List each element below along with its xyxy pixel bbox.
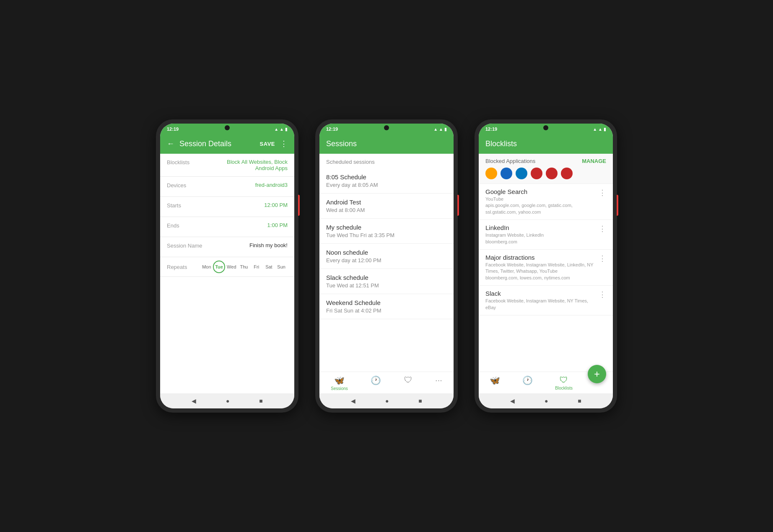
blocklists-label: Blocklists	[167, 159, 213, 165]
back-button[interactable]: ←	[167, 139, 174, 148]
session-item-1[interactable]: Android Test Wed at 8:00 AM	[319, 194, 454, 219]
blocklist-more-0[interactable]: ⋮	[595, 188, 606, 197]
home-nav-btn[interactable]: ●	[226, 398, 229, 404]
app-icons-row	[485, 168, 606, 179]
time-1: 12:19	[167, 127, 179, 132]
session-time-5: Fri Sat Sun at 4:02 PM	[326, 307, 447, 314]
back-nav-btn-3[interactable]: ◀	[510, 398, 515, 404]
recents-nav-btn[interactable]: ■	[259, 398, 262, 404]
ends-value: 1:00 PM	[213, 222, 288, 228]
blocklists-value: Block All Websites, Block Android Apps	[213, 159, 288, 171]
shield-icon-3: 🛡	[560, 375, 568, 385]
ends-row[interactable]: Ends 1:00 PM	[160, 217, 294, 237]
home-nav-btn-2[interactable]: ●	[385, 398, 389, 404]
nav-sessions[interactable]: 🦋 Sessions	[331, 375, 348, 392]
blocklist-more-1[interactable]: ⋮	[595, 224, 606, 233]
app-bar-actions: SAVE ⋮	[260, 139, 288, 148]
more-options-button[interactable]: ⋮	[280, 139, 288, 148]
session-time-2: Tue Wed Thu Fri at 3:35 PM	[326, 232, 447, 238]
day-sat[interactable]: Sat	[263, 261, 275, 273]
android-nav-3: ◀ ● ■	[479, 393, 613, 408]
signal-icon-3: ▲	[598, 127, 602, 132]
blocklist-item-1[interactable]: LinkedIn Instagram Website, LinkedIn blo…	[479, 220, 613, 250]
devices-label: Devices	[167, 182, 213, 189]
back-nav-btn-2[interactable]: ◀	[351, 398, 355, 404]
manage-button[interactable]: MANAGE	[582, 158, 606, 164]
session-item-0[interactable]: 8:05 Schedule Every day at 8:05 AM	[319, 168, 454, 194]
session-name-label: Session Name	[167, 242, 213, 249]
blocklist-item-3[interactable]: Slack Facebook Website, Instagram Websit…	[479, 286, 613, 315]
home-nav-btn-3[interactable]: ●	[545, 398, 548, 404]
starts-label: Starts	[167, 202, 213, 209]
recents-nav-btn-2[interactable]: ■	[418, 398, 422, 404]
phone-notch-2	[384, 125, 389, 130]
app-icon-3	[531, 168, 542, 179]
back-nav-btn[interactable]: ◀	[192, 398, 196, 404]
signal-icon: ▲	[280, 127, 284, 132]
app-icon-2	[516, 168, 527, 179]
nav-clock-3[interactable]: 🕐	[522, 375, 533, 392]
nav-sessions-3[interactable]: 🦋	[490, 375, 500, 392]
phone-blocklists: 12:19 ▲ ▲ ▮ Blocklists Blocked Applicati…	[475, 119, 617, 413]
nav-shield[interactable]: 🛡	[404, 375, 412, 392]
session-name-0: 8:05 Schedule	[326, 173, 447, 181]
battery-icon-2: ▮	[444, 127, 447, 132]
clock-icon: 🕐	[371, 375, 381, 385]
day-tue[interactable]: Tue	[213, 261, 226, 273]
blocklist-item-2[interactable]: Major distractions Facebook Website, Ins…	[479, 250, 613, 286]
devices-row[interactable]: Devices fred-android3	[160, 177, 294, 197]
blocked-apps-section: Blocked Applications MANAGE	[479, 154, 613, 184]
fab-add-button[interactable]: +	[588, 365, 606, 383]
day-fri[interactable]: Fri	[250, 261, 263, 273]
devices-value: fred-android3	[213, 182, 288, 188]
blocklist-item-0[interactable]: Google Search YouTube apis.google.com, g…	[479, 184, 613, 220]
signal-icon-2: ▲	[439, 127, 443, 132]
phone-session-details: 12:19 ▲ ▲ ▮ ← Session Details SAVE ⋮ Blo…	[156, 119, 298, 413]
blocklists-row[interactable]: Blocklists Block All Websites, Block And…	[160, 154, 294, 177]
time-3: 12:19	[485, 127, 497, 132]
blocklist-info-3: Slack Facebook Website, Instagram Websit…	[485, 290, 595, 311]
shield-icon: 🛡	[404, 375, 412, 385]
status-icons-1: ▲ ▲ ▮	[274, 127, 288, 132]
app-bar-1: ← Session Details SAVE ⋮	[160, 134, 294, 154]
blocklist-more-2[interactable]: ⋮	[595, 254, 606, 263]
nav-clock[interactable]: 🕐	[371, 375, 381, 392]
starts-row[interactable]: Starts 12:00 PM	[160, 197, 294, 217]
app-bar-3: Blocklists	[479, 134, 613, 154]
session-item-2[interactable]: My schedule Tue Wed Thu Fri at 3:35 PM	[319, 219, 454, 244]
clock-icon-3: 🕐	[522, 375, 533, 385]
day-wed[interactable]: Wed	[225, 261, 238, 273]
session-item-3[interactable]: Noon schedule Every day at 12:00 PM	[319, 244, 454, 269]
session-item-4[interactable]: Slack schedule Tue Wed at 12:51 PM	[319, 269, 454, 294]
time-2: 12:19	[326, 127, 338, 132]
blocklist-domains-0: apis.google.com, google.com, gstatic.com…	[485, 202, 595, 215]
wifi-icon-2: ▲	[433, 127, 438, 132]
session-name-3: Noon schedule	[326, 249, 447, 256]
nav-blocklists-3[interactable]: 🛡 Blocklists	[555, 375, 573, 392]
recents-nav-btn-3[interactable]: ■	[578, 398, 581, 404]
blocklist-more-3[interactable]: ⋮	[595, 290, 606, 299]
app-icon-4	[546, 168, 558, 179]
blocklists-nav-label-3: Blocklists	[555, 386, 573, 390]
ends-label: Ends	[167, 222, 213, 229]
session-time-0: Every day at 8:05 AM	[326, 182, 447, 188]
status-icons-3: ▲ ▲ ▮	[593, 127, 606, 132]
blocklist-info-0: Google Search YouTube apis.google.com, g…	[485, 188, 595, 215]
day-thu[interactable]: Thu	[238, 261, 250, 273]
blocklist-apps-0: YouTube	[485, 196, 595, 202]
session-name-4: Slack schedule	[326, 274, 447, 281]
session-item-5[interactable]: Weekend Schedule Fri Sat Sun at 4:02 PM	[319, 294, 454, 319]
nav-more[interactable]: ···	[435, 375, 442, 392]
blocklist-apps-1: Instagram Website, LinkedIn	[485, 232, 595, 238]
sessions-icon: 🦋	[334, 375, 345, 385]
blocklists-content: Blocked Applications MANAGE Google Searc…	[479, 154, 613, 372]
session-name-row[interactable]: Session Name Finish my book!	[160, 237, 294, 257]
save-button[interactable]: SAVE	[260, 141, 275, 147]
day-sun[interactable]: Sun	[275, 261, 288, 273]
scheduled-sessions-header: Scheduled sessions	[319, 154, 454, 168]
day-mon[interactable]: Mon	[200, 261, 213, 273]
more-icon: ···	[435, 375, 442, 385]
blocklist-name-1: LinkedIn	[485, 224, 595, 231]
app-icon-1	[501, 168, 512, 179]
page-title-2: Sessions	[326, 139, 447, 148]
